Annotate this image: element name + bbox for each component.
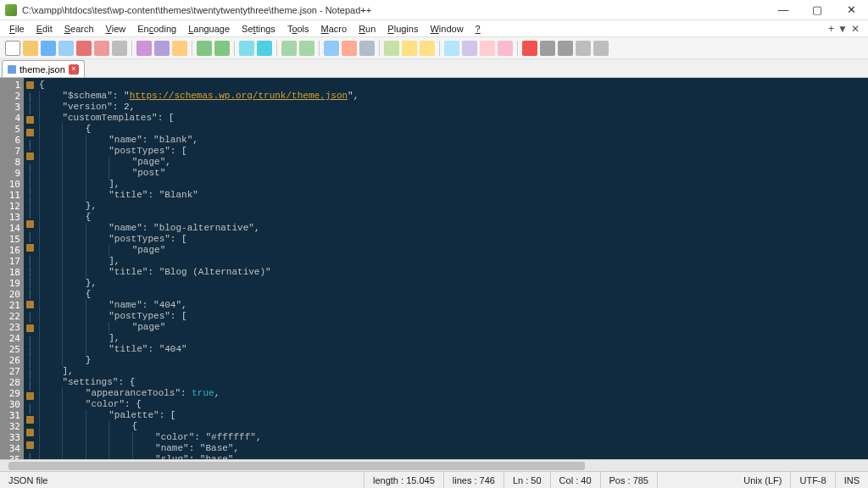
playm-icon[interactable] <box>576 41 591 56</box>
statusbar: JSON file length : 15.045 lines : 746 Ln… <box>0 471 868 488</box>
menu-view[interactable]: View <box>100 22 132 36</box>
scrollbar-thumb[interactable] <box>8 462 585 470</box>
window-controls: — ▢ ✕ <box>766 0 868 20</box>
copy-icon[interactable] <box>154 41 170 56</box>
menu-file[interactable]: File <box>3 22 31 36</box>
toolbar-separator <box>276 41 277 56</box>
paste-icon[interactable] <box>172 41 187 56</box>
status-eol: Unix (LF) <box>735 472 791 488</box>
menu-tools[interactable]: Tools <box>281 22 315 36</box>
savem-icon[interactable] <box>593 41 609 56</box>
unfold-icon[interactable] <box>420 41 435 56</box>
find-icon[interactable] <box>239 41 254 56</box>
status-col: Col : 40 <box>551 472 601 488</box>
menu-?[interactable]: ? <box>470 22 487 36</box>
toolbar-separator <box>439 41 440 56</box>
menubar: FileEditSearchViewEncodingLanguageSettin… <box>0 20 868 37</box>
cut-icon[interactable] <box>136 41 152 56</box>
map-icon[interactable] <box>480 41 495 56</box>
menu-plugins[interactable]: Plugins <box>381 22 424 36</box>
maximize-button[interactable]: ▢ <box>800 0 834 20</box>
minimize-button[interactable]: — <box>766 0 800 20</box>
status-ln: Ln : 50 <box>504 472 551 488</box>
tab-close-icon[interactable]: × <box>69 64 79 75</box>
titlebar: C:\xampp\htdocs\test\wp-content\themes\t… <box>0 0 868 20</box>
tab-theme-json[interactable]: theme.json × <box>2 60 85 77</box>
down-icon[interactable]: ▼ <box>837 23 848 35</box>
menu-window[interactable]: Window <box>424 22 469 36</box>
horizontal-scrollbar[interactable] <box>0 459 868 471</box>
fold-icon[interactable] <box>402 41 417 56</box>
status-mode: INS <box>836 472 868 488</box>
plus-icon[interactable]: + <box>828 23 834 35</box>
close-doc-icon[interactable]: ✕ <box>851 23 860 35</box>
toolbar-separator <box>379 41 380 56</box>
undo-icon[interactable] <box>197 41 212 56</box>
menu-encoding[interactable]: Encoding <box>131 22 182 36</box>
toolbar-separator <box>131 41 132 56</box>
wrap-icon[interactable] <box>342 41 357 56</box>
toolbar-separator <box>517 41 518 56</box>
tab-label: theme.json <box>19 64 65 75</box>
close-icon[interactable] <box>76 41 92 56</box>
menu-settings[interactable]: Settings <box>236 22 281 36</box>
zoomin-icon[interactable] <box>281 41 297 56</box>
closeall-icon[interactable] <box>94 41 109 56</box>
play-icon[interactable] <box>558 41 573 56</box>
print-icon[interactable] <box>112 41 127 56</box>
toolbar-separator <box>192 41 192 56</box>
rec-icon[interactable] <box>522 41 537 56</box>
status-length: length : 15.045 <box>364 472 444 488</box>
app-icon <box>5 4 17 16</box>
sync-icon[interactable] <box>324 41 339 56</box>
editor[interactable]: 1234567891011121314151617181920212223242… <box>0 78 868 459</box>
status-filetype: JSON file <box>0 472 364 488</box>
tabbar: theme.json × <box>0 59 868 78</box>
status-pos: Pos : 785 <box>601 472 658 488</box>
doc-icon[interactable] <box>444 41 459 56</box>
menu-macro[interactable]: Macro <box>315 22 353 36</box>
toolbar-separator <box>319 41 320 56</box>
redo-icon[interactable] <box>214 41 230 56</box>
stop-icon[interactable] <box>540 41 555 56</box>
menu-language[interactable]: Language <box>182 22 236 36</box>
code-area[interactable]: { "$schema": "https://schemas.wp.org/tru… <box>36 78 868 459</box>
save-icon[interactable] <box>41 41 56 56</box>
menu-edit[interactable]: Edit <box>31 22 58 36</box>
line-number-gutter: 1234567891011121314151617181920212223242… <box>0 78 24 459</box>
new-icon[interactable] <box>5 41 20 56</box>
docmap-icon[interactable] <box>498 41 513 56</box>
file-icon <box>8 65 16 74</box>
saveall-icon[interactable] <box>58 41 74 56</box>
close-button[interactable]: ✕ <box>834 0 868 20</box>
replace-icon[interactable] <box>257 41 272 56</box>
allchars-icon[interactable] <box>359 41 375 56</box>
toolbar <box>0 37 868 59</box>
menubar-right: + ▼ ✕ <box>828 23 868 35</box>
zoomout-icon[interactable] <box>299 41 314 56</box>
fold-column[interactable]: ││││││││││││││││││││││││││ <box>24 78 36 459</box>
menu-run[interactable]: Run <box>353 22 381 36</box>
indent-icon[interactable] <box>384 41 399 56</box>
window-title: C:\xampp\htdocs\test\wp-content\themes\t… <box>22 5 371 15</box>
menu-search[interactable]: Search <box>58 22 100 36</box>
open-icon[interactable] <box>23 41 38 56</box>
status-encoding: UTF-8 <box>791 472 835 488</box>
func-icon[interactable] <box>462 41 477 56</box>
toolbar-separator <box>234 41 235 56</box>
status-lines: lines : 746 <box>444 472 504 488</box>
